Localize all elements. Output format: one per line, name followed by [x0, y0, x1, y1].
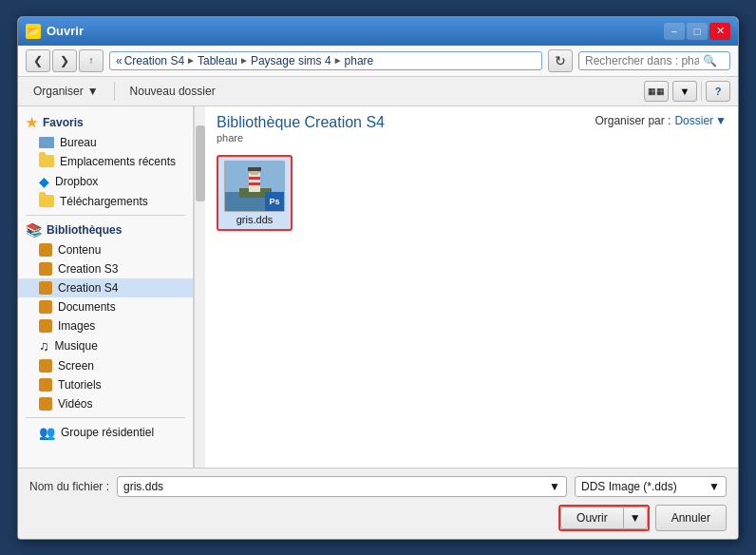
- toolbar-separator: [114, 82, 115, 101]
- sidebar-item-bureau[interactable]: Bureau: [18, 133, 193, 152]
- toolbar-separator-2: [701, 82, 702, 101]
- sidebar-item-group[interactable]: 👥 Groupe résidentiel: [18, 422, 193, 443]
- sidebar-label-tutoriels: Tutoriels: [58, 378, 102, 392]
- lib-icon-creation-s4: [39, 281, 52, 295]
- scrollbar-thumb: [196, 125, 205, 201]
- favorites-header[interactable]: ★ Favoris: [18, 112, 193, 133]
- lib-icon-contenu: [39, 243, 52, 257]
- sidebar-item-recents[interactable]: Emplacements récents: [18, 152, 193, 171]
- close-button[interactable]: ✕: [709, 23, 730, 40]
- library-subtitle: phare: [217, 132, 385, 144]
- new-folder-label: Nouveau dossier: [130, 85, 216, 98]
- sidebar-label-creation-s4: Creation S4: [58, 281, 118, 295]
- sidebar-item-creation-s4[interactable]: Creation S4: [18, 278, 193, 297]
- path-arrow-3: ►: [333, 55, 343, 66]
- sidebar-label-musique: Musique: [55, 339, 98, 353]
- filename-value: gris.dds: [123, 480, 163, 493]
- desktop-icon: [39, 137, 54, 148]
- filename-input-container[interactable]: gris.dds ▼: [117, 476, 567, 497]
- title-controls: − □ ✕: [664, 23, 730, 40]
- organize-by-label: Organiser par :: [595, 114, 671, 127]
- organize-by-value-text: Dossier: [674, 114, 713, 127]
- view-grid-button[interactable]: ▦▦: [644, 81, 669, 102]
- open-dropdown-button[interactable]: ▼: [623, 507, 648, 529]
- title-bar: 📂 Ouvrir − □ ✕: [18, 17, 738, 46]
- sidebar-item-screen[interactable]: Screen: [18, 356, 193, 375]
- file-thumbnail: Ps: [224, 161, 285, 212]
- sidebar-item-videos[interactable]: Vidéos: [18, 394, 193, 413]
- filetype-dropdown[interactable]: DDS Image (*.dds) ▼: [575, 476, 727, 497]
- libraries-icon: 📚: [26, 222, 42, 238]
- toolbar: Organiser ▼ Nouveau dossier ▦▦ ▼ ?: [18, 77, 738, 106]
- sidebar-label-recents: Emplacements récents: [60, 155, 176, 168]
- sidebar-item-tutoriels[interactable]: Tutoriels: [18, 375, 193, 394]
- sidebar-item-dropbox[interactable]: ◆ Dropbox: [18, 171, 193, 192]
- library-title: Bibliothèque Creation S4: [217, 114, 385, 131]
- back-button[interactable]: ❮: [26, 49, 50, 72]
- filetype-dropdown-arrow: ▼: [709, 480, 720, 493]
- sidebar-item-telechargements[interactable]: Téléchargements: [18, 192, 193, 211]
- path-arrow-1: ►: [186, 55, 196, 66]
- sidebar-item-contenu[interactable]: Contenu: [18, 240, 193, 259]
- sidebar-label-documents: Documents: [58, 300, 116, 314]
- minimize-button[interactable]: −: [664, 23, 685, 40]
- lib-icon-tutoriels: [39, 378, 52, 392]
- folder-icon-2: [39, 195, 54, 207]
- sidebar-item-creation-s3[interactable]: Creation S3: [18, 259, 193, 278]
- search-input[interactable]: [585, 54, 699, 67]
- sidebar-divider-2: [26, 417, 185, 418]
- sidebar-label-dropbox: Dropbox: [55, 175, 98, 188]
- sidebar-label-screen: Screen: [58, 359, 94, 373]
- path-part-1: Creation S4: [124, 54, 184, 67]
- up-button[interactable]: ↑: [79, 49, 104, 72]
- sidebar: ★ Favoris Bureau Emplacements récents ◆ …: [18, 106, 194, 468]
- new-folder-button[interactable]: Nouveau dossier: [123, 82, 223, 101]
- maximize-button[interactable]: □: [687, 23, 708, 40]
- address-bar: ❮ ❯ ↑ « Creation S4 ► Tableau ► Paysage …: [18, 46, 738, 77]
- sidebar-label-creation-s3: Creation S3: [58, 262, 118, 276]
- help-button[interactable]: ?: [706, 81, 730, 102]
- address-path[interactable]: « Creation S4 ► Tableau ► Paysage sims 4…: [109, 51, 542, 70]
- dropbox-icon: ◆: [39, 174, 49, 189]
- svg-rect-7: [249, 182, 260, 185]
- file-item-gris-dds[interactable]: Ps gris.dds: [217, 155, 293, 231]
- dialog-window: 📂 Ouvrir − □ ✕ ❮ ❯ ↑ « Creation S4 ► Tab…: [17, 16, 739, 540]
- cancel-label: Annuler: [671, 511, 710, 525]
- sidebar-label-images: Images: [58, 319, 95, 333]
- organize-button[interactable]: Organiser ▼: [26, 82, 106, 101]
- path-arrow-2: ►: [239, 55, 249, 66]
- favorites-label: Favoris: [43, 116, 84, 129]
- nav-buttons: ❮ ❯ ↑: [26, 49, 104, 72]
- library-info: Bibliothèque Creation S4 phare: [217, 114, 385, 144]
- lib-icon-creation-s3: [39, 262, 52, 276]
- lib-icon-videos: [39, 397, 52, 411]
- organize-by-value[interactable]: Dossier ▼: [674, 114, 727, 127]
- sidebar-item-musique[interactable]: ♫ Musique: [18, 335, 193, 356]
- organize-by-arrow-icon: ▼: [715, 114, 727, 127]
- organize-arrow-icon: ▼: [87, 85, 99, 98]
- sidebar-label-bureau: Bureau: [60, 136, 97, 149]
- sidebar-item-documents[interactable]: Documents: [18, 297, 193, 316]
- view-dropdown-button[interactable]: ▼: [672, 81, 697, 102]
- file-area: Bibliothèque Creation S4 phare Organiser…: [205, 106, 738, 468]
- libraries-header[interactable]: 📚 Bibliothèques: [18, 220, 193, 240]
- title-icon: 📂: [26, 24, 41, 39]
- file-ps-badge: Ps: [265, 192, 284, 211]
- filetype-value: DDS Image (*.dds): [581, 480, 677, 493]
- organize-by: Organiser par : Dossier ▼: [595, 114, 727, 127]
- sidebar-item-images[interactable]: Images: [18, 316, 193, 335]
- open-label: Ouvrir: [576, 511, 608, 525]
- path-separator: «: [116, 54, 123, 67]
- sidebar-label-telechargements: Téléchargements: [60, 195, 148, 208]
- cancel-button[interactable]: Annuler: [655, 505, 727, 531]
- svg-rect-6: [249, 177, 260, 180]
- open-button[interactable]: Ouvrir: [560, 507, 623, 529]
- refresh-button[interactable]: ↻: [548, 49, 573, 72]
- forward-button[interactable]: ❯: [52, 49, 77, 72]
- lib-icon-images: [39, 319, 52, 333]
- music-icon: ♫: [39, 338, 49, 354]
- sidebar-scrollbar[interactable]: [194, 106, 205, 468]
- open-dropdown-arrow-icon: ▼: [630, 511, 641, 525]
- libraries-label: Bibliothèques: [47, 223, 122, 237]
- sidebar-label-contenu: Contenu: [58, 243, 101, 257]
